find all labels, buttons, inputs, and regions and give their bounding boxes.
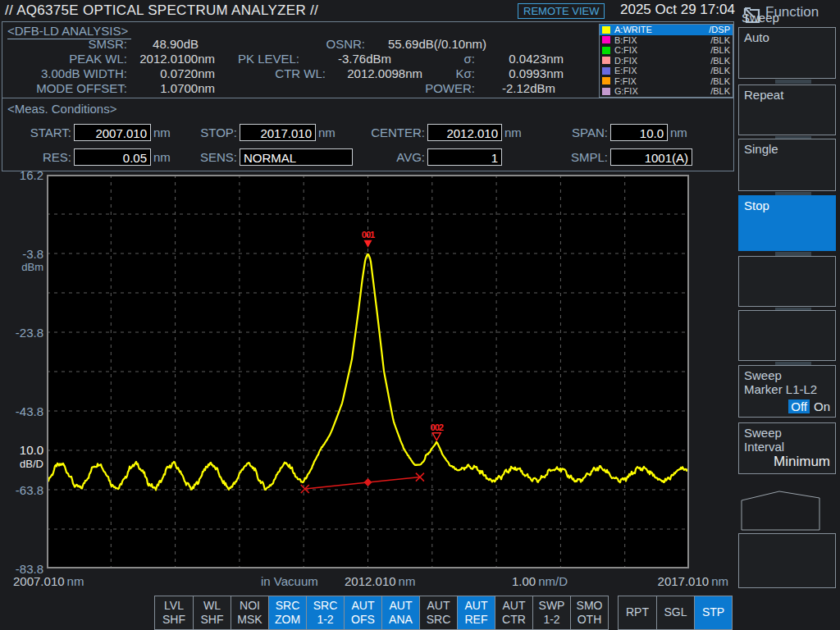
softkey-wl-shf[interactable]: WLSHF (193, 596, 231, 629)
trace-row-A[interactable]: A:WRITE/DSP (600, 25, 733, 35)
softkey-smo-oth[interactable]: SMOOTH (570, 596, 608, 629)
analysis-value-0: 48.90dB (130, 37, 199, 51)
medium-label: in Vacuum (261, 574, 318, 588)
button-line: RPT (626, 605, 649, 620)
y-tick--3.8: -3.8 (1, 247, 43, 261)
softkey-aut-ctr[interactable]: AUTCTR (495, 596, 532, 629)
span-label: SPAN: (552, 124, 608, 141)
sweepkey-rpt[interactable]: RPT (619, 596, 656, 629)
window-title: // AQ6375E OPTICAL SPECTRUM ANALYZER // (5, 2, 318, 19)
button-line: SGL (664, 605, 687, 620)
softkey-aut-ref[interactable]: AUTREF (457, 596, 495, 629)
softkey-src-zom[interactable]: SRCZOM (268, 596, 306, 629)
button-connector (775, 80, 811, 84)
x-tick-start-unit: nm (67, 574, 84, 588)
softkey-swp-1-2[interactable]: SWP1-2 (532, 596, 570, 629)
function-button-sweep-interval[interactable]: SweepIntervalMinimum (738, 422, 836, 474)
x-tick-center: 2012.010nm (345, 574, 415, 588)
trace-color-swatch (602, 36, 610, 43)
function-button-blank-5[interactable] (738, 310, 836, 361)
function-button-stop[interactable]: Stop (738, 195, 836, 251)
osa-screen: // AQ6375E OPTICAL SPECTRUM ANALYZER // … (0, 0, 840, 630)
x-scale-value: 1.00 (512, 574, 536, 588)
softkey-aut-ofs[interactable]: AUTOFS (344, 596, 381, 629)
function-button-repeat[interactable]: Repeat (738, 84, 836, 135)
function-button-sweep-marker-l1-l2[interactable]: SweepMarker L1-L2OffOn (738, 365, 836, 418)
button-line: AUT (352, 599, 375, 614)
x-tick-center-unit: nm (399, 574, 416, 588)
button-line: ANA (389, 613, 413, 628)
trace-status: /BLK (710, 45, 730, 56)
avg-field[interactable]: 1 (427, 148, 502, 166)
trace-row-B[interactable]: B:FIX/BLK (600, 35, 733, 46)
trace-id-mode: G:FIX (614, 86, 638, 97)
y-div-value: 10.0 (1, 443, 43, 457)
softkey-lvl-shf[interactable]: LVLSHF (155, 596, 193, 629)
trace-status: /BLK (710, 76, 730, 87)
center-field[interactable]: 2012.010 (427, 124, 502, 141)
trace-id-mode: A:WRITE (614, 25, 652, 35)
center-label: CENTER: (366, 124, 425, 141)
trace-row-F[interactable]: F:FIX/BLK (600, 76, 733, 87)
analysis-value-9: -2.12dBm (480, 81, 555, 95)
spectrum-plot: 001002 (47, 175, 689, 568)
x-tick-stop: 2017.010nm (632, 574, 728, 588)
function-menu: Function AutoRepeatSingleStopSweepMarker… (734, 0, 840, 630)
button-line: STP (702, 605, 724, 620)
trace-row-D[interactable]: D:FIX/BLK (600, 56, 733, 66)
button-line: Marker L1-L2 (744, 382, 830, 396)
button-line: SHF (162, 613, 185, 628)
trace-color-swatch (602, 88, 610, 95)
trace-color-swatch (602, 47, 610, 54)
analysis-label-3: MODE OFFSET: (35, 81, 127, 95)
toggle-option-off[interactable]: Off (788, 399, 810, 413)
analysis-value-3: 1.0700nm (130, 81, 215, 95)
trace-row-E[interactable]: E:FIX/BLK (600, 66, 733, 76)
stop-field[interactable]: 2017.010 (240, 124, 316, 141)
x-tick-start-value: 2007.010 (13, 574, 65, 588)
function-button-blank-bottom[interactable] (738, 533, 836, 588)
button-line: MSK (237, 613, 262, 628)
y-tick--43.8: -43.8 (1, 404, 43, 418)
function-button-auto[interactable]: Auto (738, 27, 836, 79)
trace-id-mode: E:FIX (614, 66, 637, 76)
y-div-unit: dB/D (1, 458, 43, 470)
trace-id-mode: D:FIX (614, 56, 637, 66)
analysis-label-5: PK LEVEL: (216, 52, 299, 66)
toggle-option-on[interactable]: On (814, 399, 830, 413)
avg-label: AVG: (366, 148, 425, 166)
sweep-tab-shape (740, 489, 822, 532)
x-tick-start: 2007.010nm (13, 574, 84, 588)
x-tick-center-value: 2012.010 (345, 574, 396, 588)
function-button-blank-4[interactable] (738, 256, 836, 307)
function-button-single[interactable]: Single (738, 139, 836, 191)
trace-row-C[interactable]: C:FIX/BLK (600, 45, 733, 56)
sweep-marker-toggle[interactable]: OffOn (788, 399, 830, 413)
analysis-label-0: SMSR: (35, 37, 127, 51)
trace-id-mode: F:FIX (614, 76, 637, 87)
start-field[interactable]: 2007.010 (74, 124, 151, 141)
analysis-value-7: 0.0423nm (480, 52, 564, 66)
analysis-panel: <DFB-LD ANALYSIS> SMSR:48.90dBPEAK WL:20… (2, 21, 734, 99)
sweep-interval-value: Minimum (774, 454, 830, 470)
sens-field[interactable]: NORMAL (240, 148, 353, 166)
sweepkey-stp[interactable]: STP (694, 596, 732, 629)
smpl-field[interactable]: 1001(A) (610, 148, 692, 166)
softkey-src-1-2[interactable]: SRC1-2 (306, 596, 344, 629)
sweepkey-sgl[interactable]: SGL (656, 596, 694, 629)
button-line: CTR (502, 613, 526, 628)
analysis-label-2: 3.00dB WIDTH: (35, 66, 127, 80)
sweep-tab-label: Sweep (742, 11, 779, 25)
meas-conditions-panel: <Meas. Conditions> START:2007.010nmSTOP:… (2, 98, 734, 171)
marker-001-label: 001 (362, 230, 375, 240)
softkey-aut-src[interactable]: AUTSRC (419, 596, 457, 629)
span-field[interactable]: 10.0 (610, 124, 668, 141)
res-field[interactable]: 0.05 (74, 148, 151, 166)
trace-status: /BLK (710, 35, 730, 46)
softkey-aut-ana[interactable]: AUTANA (381, 596, 419, 629)
y-tick--63.8: -63.8 (1, 483, 43, 497)
trace-row-G[interactable]: G:FIX/BLK (600, 86, 733, 97)
button-line: LVL (164, 599, 184, 614)
softkey-noi-msk[interactable]: NOIMSK (231, 596, 268, 629)
stop-label: STOP: (181, 124, 237, 141)
